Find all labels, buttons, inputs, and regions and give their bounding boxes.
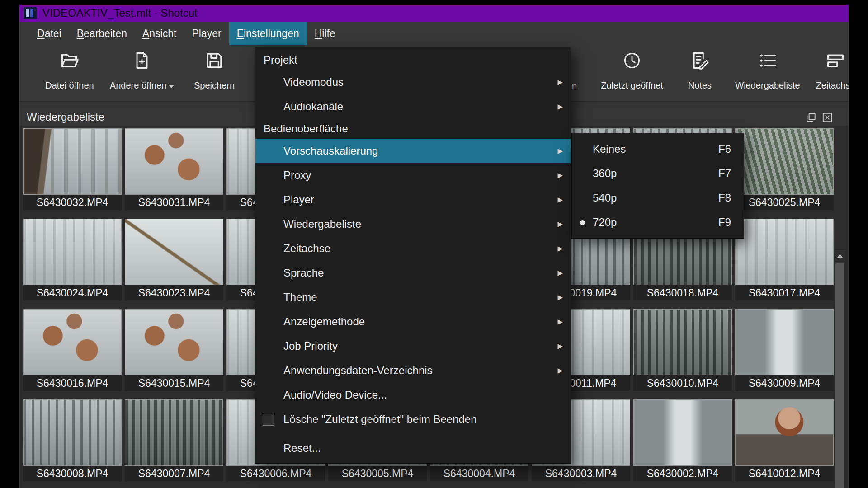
submenu-arrow-icon: ▶ <box>557 293 563 301</box>
playlist-item-label: S6430003.MP4 <box>532 466 630 481</box>
playlist-item-label: S6430007.MP4 <box>125 466 223 481</box>
chevron-down-icon <box>169 85 174 88</box>
toolbar-button-zeitachse[interactable]: Zeitachse <box>802 45 849 91</box>
menubar-item-hilfe[interactable]: Hilfe <box>307 22 343 45</box>
playlist-icon <box>757 51 778 70</box>
menubar-item-datei[interactable]: Datei <box>29 22 69 45</box>
menu-item-label: Lösche "Zuletzt geöffnet" beim Beenden <box>283 413 477 426</box>
menu-item-sprache[interactable]: Sprache▶ <box>255 261 571 285</box>
submenu-arrow-icon: ▶ <box>557 171 563 179</box>
menu-item-proxy[interactable]: Proxy▶ <box>255 163 571 188</box>
menu-item-job-priority[interactable]: Job Priority▶ <box>255 334 571 358</box>
menu-item-audiokanäle[interactable]: Audiokanäle▶ <box>255 94 571 119</box>
submenu-arrow-icon: ▶ <box>557 78 563 86</box>
toolbar-partial-label: n <box>572 81 577 92</box>
playlist-item[interactable]: S6430031.MP4 <box>125 128 223 210</box>
menu-section-label: Projekt <box>264 54 297 66</box>
video-thumbnail <box>125 128 223 195</box>
menu-item-anzeigemethode[interactable]: Anzeigemethode▶ <box>255 310 571 334</box>
submenu-item-360p[interactable]: 360pF7 <box>572 161 744 186</box>
vertical-scrollbar[interactable] <box>834 249 846 484</box>
toolbar-button-speichern[interactable]: Speichern <box>180 45 248 91</box>
menu-item-videomodus[interactable]: Videomodus▶ <box>255 70 571 94</box>
playlist-item[interactable]: S6410012.MP4 <box>735 399 834 481</box>
toolbar-button-label: Speichern <box>194 80 235 90</box>
playlist-item[interactable]: S6430015.MP4 <box>125 309 223 391</box>
playlist-item[interactable]: S6430024.MP4 <box>23 219 122 300</box>
menu-item-zeitachse[interactable]: Zeitachse▶ <box>255 236 571 261</box>
close-panel-button[interactable] <box>821 112 833 123</box>
menu-item-wiedergabeliste[interactable]: Wiedergabeliste▶ <box>255 212 571 236</box>
screen: VIDEOAKTIV_Test.mlt - Shotcut DateiBearb… <box>0 0 868 488</box>
menubar-item-ansicht[interactable]: Ansicht <box>135 22 184 45</box>
menubar-item-player[interactable]: Player <box>184 22 229 45</box>
video-thumbnail <box>735 219 834 285</box>
video-thumbnail <box>23 128 122 195</box>
playlist-item[interactable]: S6430008.MP4 <box>23 399 122 481</box>
toolbar-button-andere-öffnen[interactable]: Andere öffnen <box>108 45 176 91</box>
toolbar-left-group: Datei öffnenAndere öffnenSpeichern <box>36 45 248 91</box>
menu-item-label: Anzeigemethode <box>283 315 365 328</box>
menu-item-label: Anwendungsdaten-Verzeichnis <box>283 364 433 377</box>
playlist-item[interactable]: S6430002.MP4 <box>633 399 732 481</box>
shotcut-app-icon <box>24 7 37 19</box>
toolbar-button-datei-öffnen[interactable]: Datei öffnen <box>36 45 104 91</box>
menu-item-lösche-zuletzt-geöffnet-beim-beenden[interactable]: Lösche "Zuletzt geöffnet" beim Beenden <box>255 407 571 432</box>
window-title: VIDEOAKTIV_Test.mlt - Shotcut <box>42 7 198 19</box>
submenu-item-label: 540p <box>593 192 617 204</box>
playlist-item[interactable]: S6430009.MP4 <box>735 309 834 391</box>
toolbar-button-label: Zuletzt geöffnet <box>601 80 663 90</box>
menu-item-player[interactable]: Player▶ <box>255 188 571 212</box>
video-thumbnail <box>735 128 834 195</box>
submenu-arrow-icon: ▶ <box>557 269 563 277</box>
playlist-item[interactable]: S6430017.MP4 <box>735 219 834 300</box>
menubar-item-einstellungen[interactable]: Einstellungen <box>229 22 307 45</box>
playlist-item[interactable]: S6430010.MP4 <box>633 309 732 391</box>
submenu-arrow-icon: ▶ <box>557 366 563 375</box>
playlist-panel-title: Wiedergabeliste <box>27 111 104 123</box>
video-thumbnail <box>735 309 834 375</box>
playlist-item-label: S6430018.MP4 <box>633 285 732 300</box>
submenu-arrow-icon: ▶ <box>557 342 563 350</box>
preview-scaling-submenu: KeinesF6360pF7540pF8720pF9 <box>571 133 744 239</box>
float-panel-button[interactable] <box>805 112 817 123</box>
toolbar-button-wiedergabeliste[interactable]: Wiedergabeliste <box>734 45 802 91</box>
submenu-arrow-icon: ▶ <box>557 244 563 253</box>
menu-item-theme[interactable]: Theme▶ <box>255 285 571 310</box>
shortcut-label: F8 <box>718 192 731 204</box>
playlist-item-label: S6430010.MP4 <box>633 375 732 391</box>
toolbar-button-zuletzt-geöffnet[interactable]: Zuletzt geöffnet <box>598 45 666 91</box>
video-thumbnail <box>633 309 732 375</box>
scrollbar-thumb[interactable] <box>835 263 844 488</box>
submenu-arrow-icon: ▶ <box>557 103 563 111</box>
video-thumbnail <box>23 399 122 466</box>
playlist-item[interactable]: S6430007.MP4 <box>125 399 223 481</box>
menubar-item-bearbeiten[interactable]: Bearbeiten <box>69 22 135 45</box>
playlist-item[interactable]: S6430032.MP4 <box>23 128 122 210</box>
submenu-item-720p[interactable]: 720pF9 <box>572 210 744 235</box>
submenu-arrow-icon: ▶ <box>557 147 563 155</box>
video-thumbnail <box>125 309 223 375</box>
playlist-item[interactable]: S6430023.MP4 <box>125 219 223 300</box>
playlist-item[interactable]: S6430025.MP4 <box>735 128 834 210</box>
menu-item-vorschauskalierung[interactable]: Vorschauskalierung▶ <box>255 139 571 163</box>
shortcut-label: F7 <box>718 167 731 180</box>
playlist-item-label: S6430015.MP4 <box>125 375 223 391</box>
scroll-up-button[interactable] <box>835 250 845 262</box>
playlist-item-label: S6430002.MP4 <box>633 466 732 481</box>
toolbar-button-label: Notes <box>688 80 712 90</box>
shortcut-label: F9 <box>718 216 731 229</box>
playlist-item[interactable]: S6430016.MP4 <box>23 309 122 391</box>
menu-item-audio-video-device[interactable]: Audio/Video Device... <box>255 383 571 407</box>
up-arrow-icon <box>837 254 843 258</box>
toolbar-button-notes[interactable]: Notes <box>666 45 734 91</box>
float-icon <box>805 112 817 123</box>
menu-item-label: Audiokanäle <box>283 100 343 113</box>
settings-menu: ProjektVideomodus▶Audiokanäle▶Bedienober… <box>255 47 571 464</box>
menu-item-anwendungsdaten-verzeichnis[interactable]: Anwendungsdaten-Verzeichnis▶ <box>255 358 571 383</box>
playlist-item-label: S6430031.MP4 <box>125 195 223 210</box>
submenu-item-keines[interactable]: KeinesF6 <box>572 137 744 161</box>
menu-item-reset[interactable]: Reset... <box>255 436 571 460</box>
playlist-item-label: S6430032.MP4 <box>23 195 122 210</box>
submenu-item-540p[interactable]: 540pF8 <box>572 186 744 210</box>
